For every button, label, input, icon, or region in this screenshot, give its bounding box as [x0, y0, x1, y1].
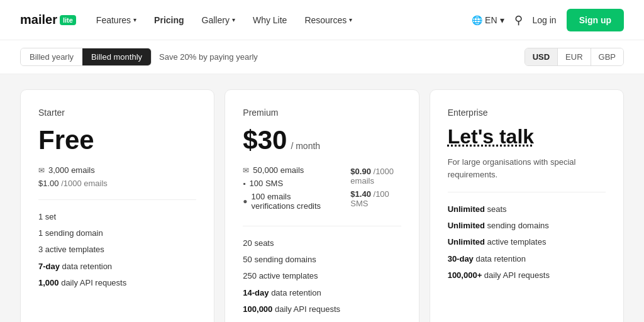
nav-right: 🌐 EN ▾ ⚲ Log in Sign up: [472, 9, 624, 31]
starter-emails-feature: ✉ 3,000 emails: [38, 165, 196, 175]
starter-sets: 1 set: [38, 211, 196, 223]
premium-tier: Premium: [243, 108, 401, 118]
currency-usd[interactable]: USD: [525, 48, 558, 65]
enterprise-api: 100,000+ daily API requests: [448, 270, 606, 281]
premium-email-rate: $0.90 /1000 emails: [350, 167, 401, 186]
pricing-section: Starter Free ✉ 3,000 emails $1.00 /1000 …: [0, 74, 644, 322]
billed-yearly-btn[interactable]: Billed yearly: [21, 48, 82, 65]
navbar: mailer lite Features Pricing Gallery Why…: [0, 0, 644, 40]
language-selector[interactable]: 🌐 EN ▾: [472, 15, 504, 25]
premium-seats: 20 seats: [243, 238, 401, 249]
premium-templates: 250 active templates: [243, 270, 401, 282]
globe-icon: 🌐: [472, 15, 482, 25]
starter-domains: 1 sending domain: [38, 228, 196, 239]
premium-email-rate-text: $0.90 /1000 emails: [350, 167, 401, 186]
enterprise-desc: For large organisations with special req…: [448, 156, 606, 180]
billed-monthly-btn[interactable]: Billed monthly: [82, 48, 151, 65]
premium-features-right: $0.90 /1000 emails $1.40 /100 SMS: [350, 165, 401, 214]
save-text: Save 20% by paying yearly: [159, 52, 258, 62]
premium-domains: 50 sending domains: [243, 254, 401, 265]
premium-sms-text: 100 SMS: [250, 179, 283, 188]
premium-price-period: / month: [291, 141, 320, 151]
nav-features[interactable]: Features: [96, 15, 136, 25]
premium-price-row: $30 / month: [243, 125, 401, 155]
starter-price: Free: [38, 125, 196, 155]
starter-api: 1,000 daily API requests: [38, 277, 196, 289]
billing-toggle: Billed yearly Billed monthly: [20, 48, 152, 66]
nav-links: Features Pricing Gallery Why Lite Resour…: [96, 15, 452, 25]
premium-verify-feature: ● 100 emails verifications credits: [243, 192, 330, 211]
billing-bar: Billed yearly Billed monthly Save 20% by…: [0, 40, 644, 74]
premium-emails-text: 50,000 emails: [253, 165, 304, 175]
email-icon-2: ✉: [243, 166, 249, 175]
starter-tier: Starter: [38, 108, 196, 118]
currency-eur[interactable]: EUR: [558, 48, 591, 65]
enterprise-tier: Enterprise: [448, 108, 606, 118]
premium-retention: 14-day data retention: [243, 287, 401, 299]
enterprise-divider: [448, 192, 606, 192]
nav-why-lite[interactable]: Why Lite: [253, 15, 287, 25]
currency-gbp[interactable]: GBP: [591, 48, 623, 65]
signup-button[interactable]: Sign up: [567, 9, 624, 31]
premium-sms-rate-text: $1.40 /100 SMS: [350, 189, 401, 208]
verify-icon: ●: [243, 197, 247, 206]
premium-price-amount: $30: [243, 125, 287, 155]
premium-emails-feature: ✉ 50,000 emails: [243, 165, 330, 175]
premium-card: Premium $30 / month ✉ 50,000 emails ▪ 10…: [225, 89, 419, 322]
starter-templates: 3 active templates: [38, 244, 196, 255]
search-icon[interactable]: ⚲: [514, 13, 523, 27]
enterprise-domains: Unlimited sending domains: [448, 220, 606, 231]
premium-sms-rate: $1.40 /100 SMS: [350, 189, 401, 208]
premium-api: 100,000 daily API requests: [243, 304, 401, 315]
enterprise-card: Enterprise Let's talk For large organisa…: [430, 89, 624, 322]
starter-card: Starter Free ✉ 3,000 emails $1.00 /1000 …: [20, 89, 214, 322]
enterprise-seats: Unlimited seats: [448, 204, 606, 215]
lang-label: EN: [485, 15, 497, 25]
enterprise-templates: Unlimited active templates: [448, 236, 606, 248]
sms-icon: ▪: [243, 179, 245, 188]
starter-rate-text: $1.00 /1000 emails: [38, 179, 108, 188]
enterprise-price[interactable]: Let's talk: [448, 125, 606, 148]
lang-chevron-icon: ▾: [500, 15, 504, 25]
nav-pricing[interactable]: Pricing: [154, 15, 184, 25]
premium-features-left: ✉ 50,000 emails ▪ 100 SMS ● 100 emails v…: [243, 165, 330, 214]
email-icon: ✉: [38, 166, 45, 175]
nav-resources[interactable]: Resources: [304, 15, 352, 25]
enterprise-retention: 30-day data retention: [448, 253, 606, 265]
premium-verify-text: 100 emails verifications credits: [252, 192, 331, 211]
starter-emails-text: 3,000 emails: [48, 165, 95, 175]
currency-selector: USD EUR GBP: [525, 48, 624, 66]
starter-rate-feature: $1.00 /1000 emails: [38, 179, 196, 188]
premium-sms-feature: ▪ 100 SMS: [243, 179, 330, 188]
logo-text: mailer: [20, 13, 57, 27]
starter-retention: 7-day data retention: [38, 261, 196, 272]
login-link[interactable]: Log in: [533, 15, 557, 25]
logo[interactable]: mailer lite: [20, 13, 76, 27]
premium-divider: [243, 226, 401, 226]
logo-badge: lite: [60, 15, 76, 25]
starter-divider: [38, 199, 196, 200]
nav-gallery[interactable]: Gallery: [202, 15, 235, 25]
